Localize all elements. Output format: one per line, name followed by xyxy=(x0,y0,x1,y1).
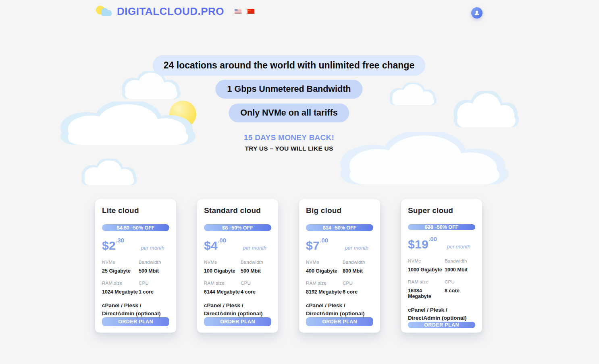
control-panel-note: cPanel / Plesk / DirectAdmin (optional) xyxy=(306,302,376,317)
plan-card-standard: Standard cloud $8 -50% OFF $4.00 per mon… xyxy=(197,199,278,333)
features-grid: NVMe 25 Gigabyte Bandwidth 500 Mbit RAM … xyxy=(102,260,169,295)
discount-label: -50% OFF xyxy=(333,225,357,231)
feature-ram: RAM size 1024 Megabyte xyxy=(102,281,139,295)
price: $2.30 xyxy=(102,237,124,252)
price-cents: .30 xyxy=(116,237,124,244)
cloud-decoration xyxy=(453,91,520,127)
feature-nvme: NVMe 25 Gigabyte xyxy=(102,260,139,274)
feature-cpu: CPU 8 core xyxy=(445,279,475,299)
per-month-label: per month xyxy=(141,245,164,251)
price-dollars: $2 xyxy=(102,239,116,252)
feature-nvme: NVMe 1000 Gigabyte xyxy=(408,259,445,273)
per-month-label: per month xyxy=(447,244,470,250)
order-plan-button[interactable]: ORDER PLAN xyxy=(408,322,475,328)
price-cents: .00 xyxy=(428,236,437,242)
feature-label: CPU xyxy=(241,281,271,285)
order-plan-button[interactable]: ORDER PLAN xyxy=(306,317,373,326)
discount-label: -50% OFF xyxy=(131,225,155,231)
feature-label: NVMe xyxy=(204,260,241,265)
price-row: $7.00 per month xyxy=(306,237,373,252)
feature-label: NVMe xyxy=(408,259,445,263)
order-plan-button[interactable]: ORDER PLAN xyxy=(204,317,271,326)
feature-label: RAM size xyxy=(204,281,241,285)
feature-ram: RAM size 8192 Megabyte xyxy=(306,281,343,295)
feature-value: 16384 Megabyte xyxy=(408,288,445,299)
per-month-label: per month xyxy=(345,245,368,251)
old-price: $14 xyxy=(323,225,331,231)
plan-title: Super cloud xyxy=(408,206,475,215)
cloud-decoration xyxy=(58,101,198,145)
feature-cpu: CPU 6 core xyxy=(343,281,373,295)
cloud-decoration xyxy=(389,83,437,105)
feature-value: 4 core xyxy=(241,289,271,295)
brand-title[interactable]: DIGITALCLOUD.PRO xyxy=(117,5,224,18)
price-dollars: $4 xyxy=(204,239,218,252)
feature-label: CPU xyxy=(445,279,475,284)
feature-nvme: NVMe 400 Gigabyte xyxy=(306,260,343,274)
page: DIGITALCLOUD.PRO xyxy=(0,0,599,364)
discount-badge: $4.60 -50% OFF xyxy=(102,224,169,231)
old-price: $8 xyxy=(222,225,228,231)
feature-value: 25 Gigabyte xyxy=(102,268,139,274)
per-month-label: per month xyxy=(243,245,266,251)
feature-value: 1000 Mbit xyxy=(445,267,475,273)
hero-bubble-nvme: Only NVMe on all tariffs xyxy=(229,103,349,122)
price-cents: .00 xyxy=(320,237,328,244)
feature-bandwidth: Bandwidth 500 Mbit xyxy=(241,260,271,274)
price: $4.00 xyxy=(204,237,226,252)
feature-value: 8 core xyxy=(445,288,475,294)
hero-bubble-locations: 24 locations around the world with unlim… xyxy=(153,55,425,76)
feature-bandwidth: Bandwidth 500 Mbit xyxy=(139,260,169,274)
discount-label: -50% OFF xyxy=(230,225,253,231)
feature-value: 6144 Megabyte xyxy=(204,289,241,295)
header: DIGITALCLOUD.PRO xyxy=(95,5,254,18)
feature-label: Bandwidth xyxy=(343,260,373,265)
price-dollars: $7 xyxy=(306,239,320,252)
feature-label: RAM size xyxy=(306,281,343,285)
control-panel-note: cPanel / Plesk / DirectAdmin (optional) xyxy=(408,306,478,322)
sun-cloud-icon[interactable] xyxy=(95,5,113,18)
cloud-decoration xyxy=(338,132,511,184)
price-row: $19.00 per month xyxy=(408,236,475,250)
features-grid: NVMe 1000 Gigabyte Bandwidth 1000 Mbit R… xyxy=(408,259,475,299)
us-flag-icon[interactable] xyxy=(235,9,241,14)
plan-title: Lite cloud xyxy=(102,206,169,215)
order-plan-button[interactable]: ORDER PLAN xyxy=(102,317,169,326)
feature-cpu: CPU 4 core xyxy=(241,281,271,295)
control-panel-note: cPanel / Plesk / DirectAdmin (optional) xyxy=(204,302,275,317)
discount-badge: $8 -50% OFF xyxy=(204,224,271,231)
language-switcher xyxy=(235,9,254,14)
feature-label: CPU xyxy=(343,281,373,285)
sun-decoration xyxy=(169,101,196,128)
hero-bubble-bandwidth: 1 Gbps Unmetered Bandwidth xyxy=(215,80,362,99)
feature-label: Bandwidth xyxy=(241,260,271,265)
feature-label: RAM size xyxy=(408,279,445,284)
feature-label: NVMe xyxy=(306,260,343,265)
feature-value: 400 Gigabyte xyxy=(306,268,343,274)
discount-badge: $38 -50% OFF xyxy=(408,224,475,230)
features-grid: NVMe 400 Gigabyte Bandwidth 800 Mbit RAM… xyxy=(306,260,373,295)
old-price: $38 xyxy=(425,224,433,230)
discount-label: -50% OFF xyxy=(435,224,459,230)
cn-flag-icon[interactable] xyxy=(248,9,254,14)
plans-row: Lite cloud $4.60 -50% OFF $2.30 per mont… xyxy=(95,199,482,333)
feature-value: 8192 Megabyte xyxy=(306,289,343,295)
control-panel-note: cPanel / Plesk / DirectAdmin (optional) xyxy=(102,302,173,317)
plan-title: Big cloud xyxy=(306,206,373,215)
tagline-text: TRY US – YOU WILL LIKE US xyxy=(245,145,333,152)
feature-value: 100 Gigabyte xyxy=(204,268,241,274)
cloud-decoration xyxy=(81,159,138,185)
plan-card-big: Big cloud $14 -50% OFF $7.00 per month N… xyxy=(299,199,380,333)
money-back-text: 15 DAYS MONEY BACK! xyxy=(244,133,334,142)
account-button[interactable] xyxy=(471,7,483,19)
feature-label: NVMe xyxy=(102,260,139,265)
feature-label: RAM size xyxy=(102,281,139,285)
feature-value: 1000 Gigabyte xyxy=(408,267,445,273)
feature-label: CPU xyxy=(139,281,169,285)
feature-cpu: CPU 1 core xyxy=(139,281,169,295)
price-row: $4.00 per month xyxy=(204,237,271,252)
feature-value: 500 Mbit xyxy=(139,268,169,274)
discount-badge: $14 -50% OFF xyxy=(306,224,373,231)
feature-nvme: NVMe 100 Gigabyte xyxy=(204,260,241,274)
plan-title: Standard cloud xyxy=(204,206,271,215)
